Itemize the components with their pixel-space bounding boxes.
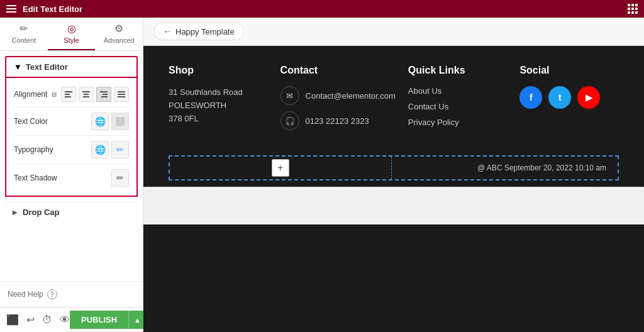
text-color-picker-btn[interactable] <box>111 113 129 130</box>
contact-phone-row: 🎧 0123 22123 2323 <box>280 111 396 130</box>
divider-3 <box>14 163 129 164</box>
text-shadow-edit-btn[interactable]: ✏ <box>111 169 129 187</box>
tab-advanced[interactable]: ⚙ Advanced <box>95 18 143 50</box>
publish-button[interactable]: PUBLISH <box>70 311 129 329</box>
canvas-bottom-section <box>143 187 644 224</box>
svg-rect-5 <box>83 96 89 97</box>
help-icon[interactable]: ? <box>47 289 57 299</box>
shop-column: Shop 31 Southlands Road POLESWORTH 378 0… <box>169 65 268 136</box>
alignment-controls <box>61 87 129 102</box>
preview-icon[interactable]: 👁 <box>60 314 70 326</box>
typography-row: Typography 🌐 ✏ <box>6 137 136 162</box>
publish-btn-group: PUBLISH ▲ <box>70 311 146 329</box>
typography-label: Typography <box>14 145 91 154</box>
history-icon[interactable]: ⏱ <box>42 314 52 326</box>
canvas: ← Happy Template Shop 31 Southlands Road… <box>143 18 644 332</box>
shop-address2: POLESWORTH <box>169 99 268 113</box>
typography-global-btn[interactable]: 🌐 <box>91 141 109 158</box>
contact-email-row: ✉ Contact@elementor.com <box>280 86 396 105</box>
hamburger-icon[interactable] <box>6 5 16 13</box>
social-title: Social <box>519 65 619 76</box>
need-help[interactable]: Need Help ? <box>0 281 143 307</box>
add-column-btn[interactable]: + <box>272 159 289 177</box>
svg-rect-9 <box>118 91 125 92</box>
quicklink-about[interactable]: About Us <box>408 86 508 96</box>
drop-cap-arrow: ▶ <box>13 209 18 216</box>
align-center-btn[interactable] <box>79 87 94 102</box>
svg-rect-1 <box>65 94 70 95</box>
selected-row: + @ ABC September 20, 2022 10:10 am <box>169 155 619 180</box>
social-icons: f t ▶ <box>519 86 619 109</box>
social-column: Social f t ▶ <box>519 65 619 136</box>
shop-address1: 31 Southlands Road <box>169 86 268 99</box>
contact-email: Contact@elementor.com <box>306 91 396 101</box>
svg-rect-6 <box>100 91 108 92</box>
text-color-label: Text Color <box>14 117 91 126</box>
svg-rect-3 <box>82 91 90 92</box>
text-shadow-controls: ✏ <box>111 169 129 187</box>
layers-icon[interactable]: ⬛ <box>6 314 19 326</box>
canvas-topbar: ← Happy Template <box>143 18 644 46</box>
svg-rect-12 <box>116 117 125 126</box>
text-editor-section-header[interactable]: ▼ Text Editor <box>5 56 138 78</box>
top-bar: Edit Text Editor <box>0 0 644 18</box>
back-arrow-icon: ← <box>163 26 172 36</box>
quicklink-contact[interactable]: Contact Us <box>408 102 508 111</box>
copyright-text: @ ABC September 20, 2022 10:10 am <box>472 158 611 177</box>
drop-cap-section[interactable]: ▶ Drop Cap <box>5 202 138 222</box>
happy-template-btn[interactable]: ← Happy Template <box>153 23 244 40</box>
canvas-main: Shop 31 Southlands Road POLESWORTH 378 0… <box>143 46 644 332</box>
section-title: Text Editor <box>26 62 68 72</box>
align-justify-btn[interactable] <box>114 87 129 102</box>
tab-content-label: Content <box>12 36 36 44</box>
sidebar-tabs: ✏ Content ◎ Style ⚙ Advanced <box>0 18 143 51</box>
text-shadow-row: Text Shadow ✏ <box>6 165 136 191</box>
tab-style[interactable]: ◎ Style <box>48 18 96 50</box>
style-tab-icon: ◎ <box>67 23 76 35</box>
svg-rect-7 <box>103 94 108 95</box>
typography-controls: 🌐 ✏ <box>91 141 129 158</box>
sidebar-content: ▼ Text Editor Alignment 🖥 <box>0 51 143 281</box>
left-column[interactable]: + <box>170 157 392 179</box>
typography-edit-btn[interactable]: ✏ <box>111 141 129 158</box>
undo-icon[interactable]: ↩ <box>26 314 35 326</box>
main-layout: ✏ Content ◎ Style ⚙ Advanced ▼ Text Edit… <box>0 18 644 332</box>
align-right-btn[interactable] <box>96 87 111 102</box>
alignment-device-icon[interactable]: 🖥 <box>50 91 57 98</box>
need-help-label: Need Help <box>8 290 43 299</box>
svg-rect-4 <box>84 94 89 95</box>
svg-rect-2 <box>65 96 71 97</box>
text-shadow-label: Text Shadow <box>14 174 111 182</box>
divider-1 <box>14 107 129 108</box>
sidebar: ✏ Content ◎ Style ⚙ Advanced ▼ Text Edit… <box>0 18 143 332</box>
divider-2 <box>14 135 129 136</box>
align-left-btn[interactable] <box>61 87 76 102</box>
quicklink-privacy[interactable]: Privacy Policy <box>408 118 508 127</box>
tab-content[interactable]: ✏ Content <box>0 18 48 50</box>
happy-template-label: Happy Template <box>175 27 235 36</box>
grid-icon[interactable] <box>628 4 638 14</box>
shop-title: Shop <box>169 65 268 76</box>
contact-title: Contact <box>280 65 396 76</box>
tab-style-label: Style <box>64 36 79 44</box>
svg-rect-10 <box>118 94 125 95</box>
bottom-bar: ⬛ ↩ ⏱ 👁 PUBLISH ▲ <box>0 307 143 332</box>
tab-advanced-label: Advanced <box>104 36 135 44</box>
phone-icon: 🎧 <box>280 111 299 130</box>
shop-address3: 378 0FL <box>169 113 268 126</box>
youtube-icon[interactable]: ▶ <box>577 86 600 109</box>
text-color-controls: 🌐 <box>91 113 129 130</box>
drop-cap-title: Drop Cap <box>23 208 60 217</box>
email-icon: ✉ <box>280 86 299 105</box>
top-bar-title: Edit Text Editor <box>23 4 82 14</box>
twitter-icon[interactable]: t <box>548 86 571 109</box>
shop-address: 31 Southlands Road POLESWORTH 378 0FL <box>169 86 268 125</box>
properties-panel: Alignment 🖥 <box>5 78 138 197</box>
facebook-icon[interactable]: f <box>519 86 542 109</box>
bottom-icons: ⬛ ↩ ⏱ 👁 <box>6 314 70 326</box>
text-color-global-btn[interactable]: 🌐 <box>91 113 109 130</box>
section-arrow: ▼ <box>14 62 22 72</box>
advanced-tab-icon: ⚙ <box>114 23 123 35</box>
content-tab-icon: ✏ <box>19 23 28 35</box>
svg-rect-11 <box>118 96 125 97</box>
